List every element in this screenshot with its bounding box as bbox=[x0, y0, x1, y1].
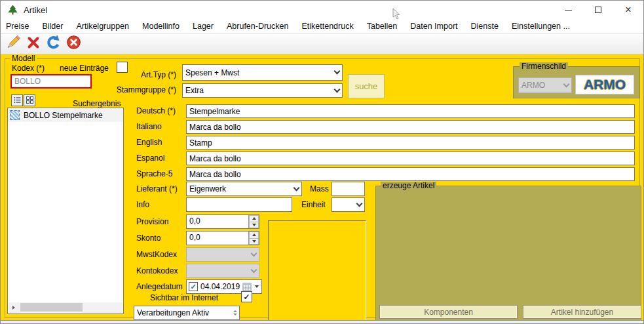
spin-up-button[interactable] bbox=[249, 232, 259, 239]
spin-down-button[interactable] bbox=[249, 239, 259, 245]
maximize-button[interactable] bbox=[583, 1, 613, 19]
stamp-icon bbox=[10, 110, 20, 120]
lieferant-combo[interactable]: Eigenwerk bbox=[186, 182, 302, 196]
menu-bar: PreiseBilderArtikelgruppenModellinfoLage… bbox=[1, 19, 643, 33]
chevron-down-icon bbox=[255, 285, 259, 288]
neue-eintraege-checkbox[interactable] bbox=[117, 62, 128, 73]
menu-item-daten-import[interactable]: Daten Import bbox=[404, 19, 464, 33]
arrow-down-icon bbox=[252, 240, 256, 243]
horizontal-scrollbar[interactable] bbox=[9, 302, 123, 313]
arrow-down-icon bbox=[252, 224, 256, 226]
firmenschild-combo[interactable]: ARMO bbox=[518, 77, 572, 93]
italiano-field[interactable]: Marca da bollo bbox=[186, 120, 635, 134]
list-view-icon bbox=[14, 94, 21, 106]
neue-eintraege-label: neue Einträge bbox=[60, 64, 109, 73]
mwstkodex-label: MwstKodex bbox=[136, 250, 177, 259]
spin-up-button[interactable] bbox=[249, 215, 259, 222]
info-label: Info bbox=[136, 200, 149, 209]
modell-group-label: Modell bbox=[10, 54, 37, 63]
spinner-buttons[interactable] bbox=[248, 215, 259, 228]
suchergebnis-label: Suchergebnis bbox=[73, 99, 121, 108]
delete-x-icon bbox=[26, 35, 41, 52]
close-icon: × bbox=[625, 7, 631, 13]
minimize-button[interactable] bbox=[553, 1, 583, 19]
stammgruppe-combo[interactable]: Extra bbox=[182, 83, 343, 98]
result-list-item[interactable]: BOLLO Stempelmarke bbox=[8, 108, 123, 122]
chevron-down-icon bbox=[251, 250, 257, 256]
deutsch-field[interactable]: Stempelmarke bbox=[186, 104, 635, 118]
sprache5-field[interactable]: Marca da bollo bbox=[186, 167, 635, 181]
chevron-down-icon bbox=[294, 184, 300, 191]
sichtbar-checkbox[interactable]: ✓ bbox=[241, 291, 252, 302]
menu-item-etikettendruck[interactable]: Etikettendruck bbox=[295, 19, 360, 33]
menu-item-bilder[interactable]: Bilder bbox=[35, 19, 69, 33]
einheit-label: Einheit bbox=[301, 200, 326, 209]
mwstkodex-combo[interactable] bbox=[186, 247, 259, 262]
kodex-label: Kodex (*) bbox=[12, 64, 45, 73]
cancel-stop-icon bbox=[66, 35, 81, 52]
arttyp-label: Art.Typ (*) bbox=[132, 70, 176, 79]
edit-pencil-icon bbox=[5, 35, 21, 53]
mouse-cursor bbox=[392, 8, 401, 22]
arrow-up-icon bbox=[252, 217, 256, 220]
undo-button[interactable] bbox=[45, 35, 62, 52]
english-label: English bbox=[136, 138, 162, 147]
scroll-right-button[interactable] bbox=[9, 302, 18, 312]
verarbeitungen-spinner[interactable]: Verarbeitungen Aktiv bbox=[134, 306, 240, 320]
delete-button[interactable] bbox=[24, 35, 42, 52]
title-bar: Artikel × bbox=[1, 1, 643, 19]
info-field[interactable] bbox=[186, 197, 292, 212]
arrow-up-icon bbox=[233, 310, 237, 312]
spin-down-button[interactable] bbox=[249, 222, 259, 229]
kontokodex-combo[interactable] bbox=[186, 264, 259, 278]
chevron-down-icon bbox=[251, 266, 257, 273]
stammgruppe-label: Stammgruppe (*) bbox=[104, 85, 176, 94]
undo-arrow-icon bbox=[46, 35, 62, 53]
menu-item-lager[interactable]: Lager bbox=[186, 19, 220, 33]
provision-label: Provision bbox=[136, 217, 168, 226]
close-button[interactable]: × bbox=[613, 1, 643, 19]
mass-field[interactable] bbox=[331, 182, 365, 196]
arrow-down-icon bbox=[233, 314, 237, 315]
lieferant-label: Lieferant (*) bbox=[136, 184, 178, 193]
toolbar bbox=[1, 33, 643, 54]
menu-item-abrufen-drucken[interactable]: Abrufen-Drucken bbox=[220, 19, 295, 33]
provision-spinner[interactable]: 0,0 bbox=[186, 214, 259, 229]
menu-item-preise[interactable]: Preise bbox=[1, 19, 35, 33]
menu-item-artikelgruppen[interactable]: Artikelgruppen bbox=[69, 19, 136, 33]
einheit-combo[interactable] bbox=[331, 197, 365, 212]
form-body: Modell Kodex (*) neue Einträge Art.Typ (… bbox=[1, 54, 643, 320]
sprache5-label: Sprache-5 bbox=[136, 169, 172, 178]
english-field[interactable]: Stamp bbox=[186, 136, 635, 150]
app-window: Artikel × PreiseBilderArtikelgruppenMode… bbox=[0, 0, 644, 324]
date-checkbox[interactable]: ✓ bbox=[189, 282, 198, 291]
anlegedatum-label: Anlegedatum bbox=[136, 282, 183, 291]
chevron-down-icon bbox=[563, 81, 570, 87]
komponenten-button[interactable]: Komponenten bbox=[379, 305, 518, 319]
suchergebnis-list[interactable]: BOLLO Stempelmarke bbox=[7, 108, 124, 314]
spinner-buttons[interactable] bbox=[248, 232, 259, 245]
menu-item-modellinfo[interactable]: Modellinfo bbox=[136, 19, 186, 33]
window-bottom-frame bbox=[1, 320, 643, 324]
calendar-icon bbox=[242, 282, 252, 291]
chevron-down-icon bbox=[356, 200, 363, 207]
italiano-label: Italiano bbox=[136, 122, 162, 131]
deutsch-label: Deutsch (*) bbox=[136, 106, 176, 115]
arttyp-combo[interactable]: Spesen + Mwst bbox=[182, 64, 343, 81]
skonto-spinner[interactable]: 0,0 bbox=[186, 231, 259, 245]
kodex-input[interactable]: BOLLO bbox=[10, 74, 92, 89]
result-item-label: BOLLO Stempelmarke bbox=[24, 111, 103, 120]
artikel-hinzufuegen-button[interactable]: Artikel hinzufügen bbox=[523, 305, 641, 319]
suche-button[interactable]: suche bbox=[348, 74, 385, 98]
spinner-buttons[interactable] bbox=[233, 310, 237, 315]
cancel-button[interactable] bbox=[65, 35, 83, 52]
list-view-button[interactable] bbox=[11, 94, 23, 106]
menu-item-dienste[interactable]: Dienste bbox=[464, 19, 505, 33]
grid-view-button[interactable] bbox=[24, 94, 35, 106]
edit-button[interactable] bbox=[4, 35, 22, 52]
espanol-field[interactable]: Marca da bollo bbox=[186, 152, 635, 165]
armo-logo: ARMO bbox=[575, 75, 634, 94]
scrollbar-thumb[interactable] bbox=[20, 303, 83, 312]
menu-item-einstellungen[interactable]: Einstellungen ... bbox=[505, 19, 577, 33]
app-tree-icon bbox=[7, 5, 18, 16]
